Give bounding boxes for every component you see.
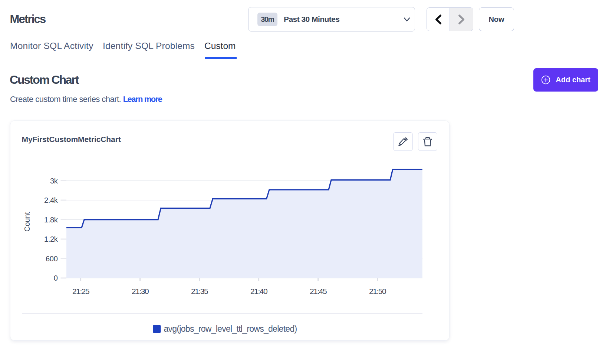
svg-text:21:25: 21:25 [72, 287, 89, 295]
svg-text:3k: 3k [50, 177, 58, 185]
svg-text:21:35: 21:35 [191, 287, 208, 295]
svg-text:600: 600 [46, 255, 58, 263]
svg-text:21:45: 21:45 [310, 287, 327, 295]
svg-text:avg(jobs_row_level_ttl_rows_de: avg(jobs_row_level_ttl_rows_deleted) [164, 324, 297, 334]
svg-text:1.2k: 1.2k [44, 235, 58, 243]
svg-text:21:40: 21:40 [250, 287, 267, 295]
svg-text:1.8k: 1.8k [44, 216, 58, 224]
svg-text:2.4k: 2.4k [44, 196, 58, 204]
svg-text:21:30: 21:30 [132, 287, 149, 295]
svg-text:Count: Count [23, 212, 32, 232]
svg-text:0: 0 [54, 274, 58, 282]
svg-text:21:50: 21:50 [369, 287, 386, 295]
